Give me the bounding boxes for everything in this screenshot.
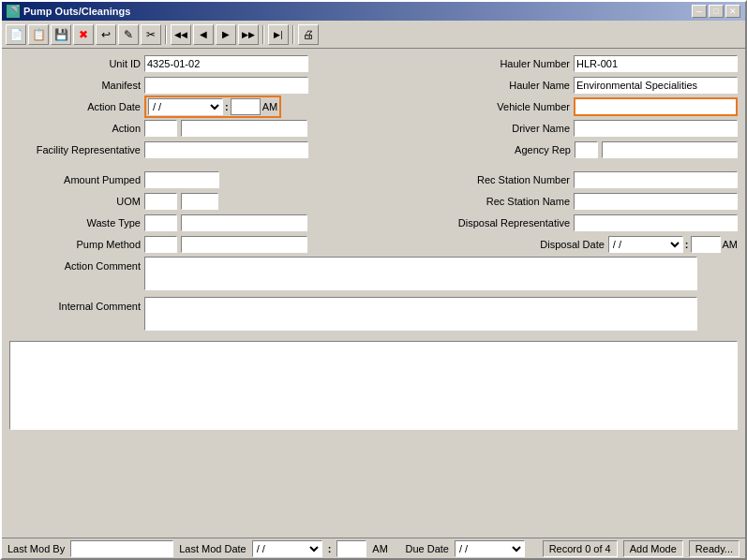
pump-method-desc-input[interactable] — [181, 236, 307, 253]
vehicle-number-input[interactable] — [575, 99, 736, 114]
pump-method-code-input[interactable] — [144, 236, 177, 253]
row-action-comment: Action Comment — [9, 257, 738, 294]
status-panel: Ready... — [689, 540, 740, 557]
row-action-date-vehicle: Action Date / / : AM Vehicle Number — [9, 97, 738, 116]
separator-3 — [292, 25, 294, 44]
mode-panel: Add Mode — [623, 540, 683, 557]
row-uom-rec-name: UOM Rec Station Name — [9, 192, 738, 211]
action-desc-input[interactable] — [181, 120, 307, 137]
disposal-rep-label: Disposal Representative — [448, 217, 570, 228]
window-title: Pump Outs/Cleanings — [23, 6, 130, 17]
row-action-driver: Action Driver Name — [9, 119, 738, 138]
maximize-button[interactable]: □ — [709, 5, 724, 18]
row-facility-agency: Facility Representative Agency Rep — [9, 140, 738, 159]
vehicle-number-label: Vehicle Number — [448, 101, 570, 112]
divider-1 — [9, 162, 738, 168]
internal-comment-label: Internal Comment — [9, 297, 141, 312]
record-info-panel: Record 0 of 4 — [543, 540, 618, 557]
disposal-time-colon: : — [685, 239, 689, 250]
hauler-name-input[interactable] — [574, 77, 738, 94]
minimize-button[interactable]: ─ — [692, 5, 707, 18]
big-textarea-section — [9, 341, 738, 532]
unit-id-label: Unit ID — [9, 58, 141, 69]
action-date-select[interactable]: / / — [148, 98, 223, 115]
edit-button[interactable]: ✎ — [118, 24, 139, 45]
uom-label: UOM — [9, 196, 141, 207]
row-unit-hauler: Unit ID Hauler Number — [9, 54, 738, 73]
pump-method-label: Pump Method — [9, 239, 141, 250]
close-button[interactable]: ✕ — [725, 5, 740, 18]
waste-type-desc-input[interactable] — [181, 214, 307, 231]
main-window: 🚿 Pump Outs/Cleanings ─ □ ✕ 📄 📋 💾 ✖ ↩ ✎ … — [0, 0, 747, 560]
hauler-name-label: Hauler Name — [448, 80, 570, 91]
action-comment-label: Action Comment — [9, 257, 141, 272]
disposal-ampm-label: AM — [723, 239, 739, 250]
agency-rep-code-input[interactable] — [575, 141, 598, 158]
disposal-time-input[interactable] — [691, 236, 721, 253]
row-amount-rec-number: Amount Pumped Rec Station Number — [9, 170, 738, 189]
form-content: Unit ID Hauler Number Manifest Hauler Na… — [2, 49, 745, 538]
last-mod-date-select[interactable]: / / — [252, 540, 322, 557]
last-mod-time-input[interactable] — [336, 540, 366, 557]
manifest-label: Manifest — [9, 80, 141, 91]
title-bar-left: 🚿 Pump Outs/Cleanings — [7, 5, 130, 18]
hauler-number-input[interactable] — [574, 55, 738, 72]
disposal-date-label: Disposal Date — [483, 239, 605, 250]
waste-type-label: Waste Type — [9, 217, 141, 228]
waste-type-code-input[interactable] — [144, 214, 177, 231]
disposal-rep-input[interactable] — [574, 214, 738, 231]
disposal-date-group: / / : AM — [608, 236, 738, 253]
action-comment-textarea[interactable] — [144, 257, 697, 290]
row-pump-disposal-date: Pump Method Disposal Date / / : AM — [9, 235, 738, 254]
unit-id-input[interactable] — [144, 55, 308, 72]
action-code-input[interactable] — [144, 120, 177, 137]
rec-station-name-label: Rec Station Name — [448, 196, 570, 207]
action-date-label: Action Date — [9, 101, 141, 112]
action-time-input[interactable] — [231, 98, 261, 115]
action-date-group: / / : AM — [144, 96, 281, 118]
action-label: Action — [9, 123, 141, 134]
delete-button[interactable]: ✖ — [73, 24, 94, 45]
window-icon: 🚿 — [7, 5, 20, 18]
row-internal-comment: Internal Comment — [9, 297, 738, 334]
agency-rep-name-input[interactable] — [602, 141, 738, 158]
disposal-date-select[interactable]: / / — [608, 236, 683, 253]
last-mod-time-colon: : — [328, 543, 332, 554]
rec-station-number-label: Rec Station Number — [448, 174, 570, 185]
print-button[interactable]: 🖨 — [298, 24, 319, 45]
nav-first-button[interactable]: ◀◀ — [171, 24, 191, 45]
internal-comment-textarea[interactable] — [144, 297, 697, 331]
separator-2 — [262, 25, 264, 44]
vehicle-number-group — [574, 97, 738, 116]
save-button[interactable]: 💾 — [51, 24, 71, 45]
amount-pumped-input[interactable] — [144, 171, 219, 188]
nav-last-button[interactable]: ▶▶ — [238, 24, 259, 45]
agency-rep-label: Agency Rep — [449, 144, 571, 155]
facility-rep-input[interactable] — [144, 141, 308, 158]
cut-button[interactable]: ✂ — [141, 24, 161, 45]
nav-prev-button[interactable]: ◀ — [193, 24, 214, 45]
manifest-input[interactable] — [144, 77, 308, 94]
facility-rep-label: Facility Representative — [9, 144, 141, 155]
due-date-select[interactable]: / / — [455, 540, 525, 557]
separator-1 — [165, 25, 167, 44]
uom-code-input[interactable] — [144, 193, 177, 210]
toolbar: 📄 📋 💾 ✖ ↩ ✎ ✂ ◀◀ ◀ ▶ ▶▶ ▶| 🖨 — [2, 21, 745, 49]
nav-next-button[interactable]: ▶ — [216, 24, 236, 45]
copy-button[interactable]: 📋 — [28, 24, 49, 45]
rec-station-number-input[interactable] — [574, 171, 738, 188]
rec-station-name-input[interactable] — [574, 193, 738, 210]
title-controls: ─ □ ✕ — [692, 5, 740, 18]
last-mod-date-label: Last Mod Date — [179, 543, 247, 554]
uom-desc-input[interactable] — [181, 193, 218, 210]
new-button[interactable]: 📄 — [6, 24, 26, 45]
action-ampm-label: AM — [262, 101, 278, 112]
row-waste-disposal-rep: Waste Type Disposal Representative — [9, 214, 738, 232]
last-mod-by-input[interactable] — [70, 540, 173, 557]
big-textarea[interactable] — [9, 341, 738, 430]
amount-pumped-label: Amount Pumped — [9, 174, 141, 185]
last-mod-by-label: Last Mod By — [7, 543, 65, 554]
nav-jump-button[interactable]: ▶| — [268, 24, 289, 45]
driver-name-input[interactable] — [574, 120, 738, 137]
undo-button[interactable]: ↩ — [96, 24, 116, 45]
